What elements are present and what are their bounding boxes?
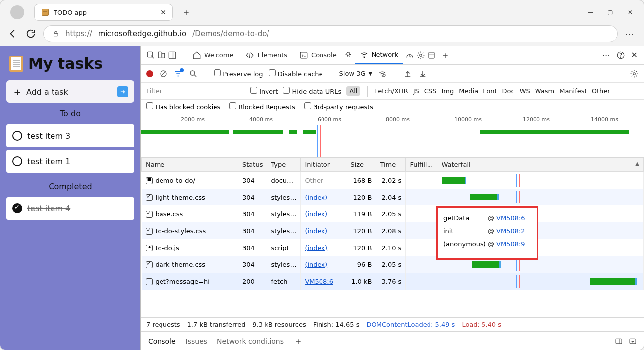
column-header[interactable]: Status	[238, 158, 267, 172]
filter-type-font[interactable]: Font	[483, 87, 497, 95]
task-item-completed[interactable]: test item 4	[6, 197, 134, 220]
request-row[interactable]: to-do-styles.css304styles…(index)120 B2.…	[142, 222, 644, 239]
column-header[interactable]: Type	[267, 158, 301, 172]
search-icon[interactable]	[189, 69, 198, 78]
back-button[interactable]	[7, 28, 18, 39]
profile-avatar[interactable]	[10, 5, 24, 19]
preserve-log-checkbox[interactable]: Preserve log	[214, 69, 263, 78]
source-link[interactable]: VM508:2	[496, 225, 525, 238]
blocked-cookies-checkbox[interactable]: Has blocked cookies	[146, 102, 220, 111]
filter-type-css[interactable]: CSS	[424, 87, 437, 95]
refresh-button[interactable]	[25, 28, 36, 39]
network-settings-icon[interactable]	[630, 69, 639, 78]
filter-type-media[interactable]: Media	[459, 87, 478, 95]
section-completed-label: Completed	[6, 180, 134, 193]
record-button[interactable]	[146, 70, 153, 77]
network-timeline-overview[interactable]: 2000 ms4000 ms6000 ms8000 ms10000 ms1200…	[141, 114, 644, 158]
task-checkbox[interactable]	[12, 131, 22, 141]
filter-type-img[interactable]: Img	[441, 87, 454, 95]
filter-type-ws[interactable]: WS	[520, 87, 530, 95]
svg-point-16	[190, 71, 195, 75]
filter-type-js[interactable]: JS	[413, 87, 419, 95]
column-header[interactable]: Time	[376, 158, 406, 172]
column-header[interactable]: Initiator	[301, 158, 346, 172]
tab-welcome[interactable]: Welcome	[187, 46, 238, 64]
tab-elements[interactable]: Elements	[240, 46, 292, 64]
sources-icon[interactable]	[344, 51, 353, 60]
column-header[interactable]: Fulfill…	[406, 158, 437, 172]
devtools-more-button[interactable]: ⋯	[602, 50, 610, 60]
code-icon	[245, 51, 254, 60]
console-icon	[299, 51, 308, 60]
browser-tab[interactable]: TODO app ✕	[34, 4, 173, 21]
request-row[interactable]: to-do.js304script(index)120 B2.10 s	[142, 239, 644, 256]
blocked-requests-checkbox[interactable]: Blocked Requests	[229, 102, 295, 111]
close-tab-icon[interactable]: ✕	[161, 8, 166, 16]
column-header[interactable]: Size	[346, 158, 376, 172]
address-bar[interactable]: https://microsoftedge.github.io/Demos/de…	[43, 25, 618, 42]
filter-type-other[interactable]: Other	[592, 87, 610, 95]
timeline-tick: 8000 ms	[386, 116, 410, 123]
request-row[interactable]: light-theme.css304styles…(index)120 B2.0…	[142, 189, 644, 205]
disable-cache-checkbox[interactable]: Disable cache	[269, 69, 323, 78]
app-icon[interactable]	[427, 51, 436, 60]
filter-type-fetch/xhr[interactable]: Fetch/XHR	[375, 87, 408, 95]
column-header[interactable]: Waterfall▲	[437, 158, 644, 172]
filter-toggle-icon[interactable]	[174, 69, 183, 78]
import-har-button[interactable]	[403, 69, 412, 78]
minimize-button[interactable]: —	[586, 9, 595, 16]
network-conditions-icon[interactable]	[378, 69, 387, 78]
task-checkbox[interactable]	[12, 156, 22, 166]
drawer-tab-network-conditions[interactable]: Network conditions	[217, 337, 284, 345]
filter-input[interactable]: Filter	[146, 87, 245, 95]
maximize-button[interactable]: ▢	[606, 9, 615, 16]
filter-type-doc[interactable]: Doc	[502, 87, 515, 95]
inspect-icon[interactable]	[146, 51, 155, 60]
task-item[interactable]: test item 1	[6, 150, 134, 173]
request-row[interactable]: get?message=hi200fetchVM508:61.0 kB3.76 …	[142, 273, 644, 290]
filter-type-wasm[interactable]: Wasm	[535, 87, 554, 95]
drawer-add-tab-button[interactable]: ＋	[294, 335, 303, 347]
dock-icon[interactable]	[168, 51, 177, 60]
section-todo-label: To do	[6, 107, 134, 120]
export-har-button[interactable]	[418, 69, 427, 78]
third-party-checkbox[interactable]: 3rd-party requests	[304, 102, 373, 111]
browser-menu-button[interactable]: ⋯	[625, 29, 635, 39]
drawer-dock-icon[interactable]	[615, 337, 623, 345]
clear-button[interactable]	[159, 69, 168, 78]
devtools-panel: Welcome Elements Console Network ＋ ⋯ ✕ P…	[140, 46, 644, 350]
column-header[interactable]: Name	[142, 158, 238, 172]
add-task-input[interactable]: ＋ Add a task ➜	[6, 80, 134, 103]
device-icon[interactable]	[157, 51, 166, 60]
throttling-select[interactable]: Slow 3G ▼	[339, 70, 373, 77]
request-type-icon	[146, 228, 153, 235]
performance-icon[interactable]	[405, 51, 414, 60]
todo-app: My tasks ＋ Add a task ➜ To do test item …	[0, 46, 140, 350]
network-request-table[interactable]: NameStatusTypeInitiatorSizeTimeFulfill…W…	[141, 158, 644, 318]
drawer-expand-icon[interactable]	[629, 337, 637, 345]
source-link[interactable]: VM508:9	[496, 238, 525, 250]
close-devtools-button[interactable]: ✕	[631, 50, 638, 60]
filter-type-all[interactable]: All	[346, 86, 360, 96]
request-row[interactable]: demo-to-do/304docu…Other168 B2.02 s	[142, 172, 644, 189]
tab-network[interactable]: Network	[355, 46, 403, 64]
source-link[interactable]: VM508:6	[496, 212, 525, 225]
callstack-frame: init@VM508:2	[443, 225, 532, 238]
drawer-tab-issues[interactable]: Issues	[186, 337, 208, 345]
more-tabs-button[interactable]: ＋	[438, 50, 453, 61]
svg-rect-10	[429, 52, 434, 58]
hide-data-urls-checkbox[interactable]: Hide data URLs	[283, 87, 341, 95]
help-icon[interactable]	[616, 51, 625, 60]
close-window-button[interactable]: ✕	[626, 9, 635, 16]
gear-icon[interactable]	[416, 51, 425, 60]
request-row[interactable]: dark-theme.css304styles…(index)96 B2.05 …	[142, 256, 644, 273]
drawer-tab-console[interactable]: Console	[148, 337, 176, 345]
request-row[interactable]: base.css304styles…(index)119 B2.05 s	[142, 205, 644, 222]
task-checkbox-checked[interactable]	[12, 203, 22, 213]
tab-console[interactable]: Console	[294, 46, 342, 64]
filter-type-manifest[interactable]: Manifest	[559, 87, 587, 95]
task-item[interactable]: test item 3	[6, 124, 134, 147]
new-tab-button[interactable]: ＋	[177, 6, 196, 18]
submit-task-button[interactable]: ➜	[117, 86, 128, 97]
invert-checkbox[interactable]: Invert	[250, 87, 278, 95]
